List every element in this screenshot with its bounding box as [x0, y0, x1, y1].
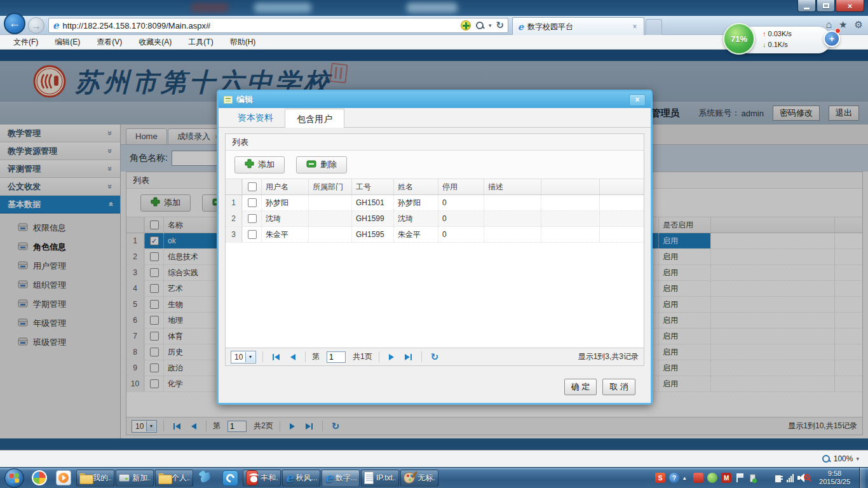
start-button[interactable] [4, 468, 24, 488]
maximize-button[interactable] [817, 0, 835, 12]
safety-shield-icon[interactable] [461, 20, 471, 30]
user-table-row[interactable]: 3 朱金平 GH1595 朱金平 0 [226, 227, 644, 243]
ie-icon: e [285, 470, 294, 485]
task-ie-qiufeng[interactable]: e秋风... [282, 470, 320, 487]
select-all-checkbox[interactable] [242, 179, 261, 194]
filler-cell [599, 227, 644, 242]
tab-close-icon[interactable]: × [630, 22, 640, 31]
task-notepad-ip-txt[interactable]: IP.txt... [361, 470, 399, 487]
minimize-button[interactable] [797, 0, 816, 12]
name-cell: 朱金平 [393, 227, 438, 242]
checkbox-icon [248, 198, 257, 207]
clock[interactable]: 9:58 2015/3/25 [814, 470, 855, 486]
job-number-cell: GH1595 [351, 227, 393, 242]
cancel-button[interactable]: 取 消 [602, 379, 635, 395]
row-checkbox[interactable] [242, 227, 261, 242]
username-cell: 沈琦 [261, 211, 308, 226]
speed-monitor-badge[interactable]: 71% ↑ 0.03K/s ↓ 0.1K/s + [723, 23, 850, 56]
dialog-close-button[interactable]: × [629, 94, 646, 106]
zoom-level[interactable]: 100% [834, 454, 853, 463]
network-signal-icon[interactable] [787, 473, 794, 482]
task-personal-folder[interactable]: 个人... [155, 470, 193, 487]
window-titlebar: × [0, 0, 868, 16]
help-tray-icon[interactable]: ? [669, 473, 679, 483]
user-list-panel: 列表 添加 删除 [225, 133, 644, 366]
new-tab-button[interactable] [646, 19, 662, 35]
user-table-row[interactable]: 2 沈琦 GH1599 沈琦 0 [226, 211, 644, 227]
job-number-column-header[interactable]: 工号 [351, 179, 393, 194]
bull-tray-icon[interactable] [693, 473, 703, 483]
menu-item[interactable]: 查看(V) [88, 37, 130, 48]
memory-percent-badge[interactable]: 71% [723, 23, 755, 55]
back-button[interactable]: ← [4, 13, 25, 34]
user-table-row[interactable]: 1 孙梦阳 GH1501 孙梦阳 0 [226, 195, 644, 211]
muted-speaker-icon[interactable] [797, 473, 810, 483]
browser-statusbar: 100% ▾ [0, 450, 868, 467]
ok-button[interactable]: 确 定 [564, 379, 597, 395]
delete-user-button[interactable]: 删除 [296, 156, 347, 173]
next-page-button[interactable] [386, 352, 397, 362]
adobe-tray-icon[interactable]: M [721, 473, 731, 483]
task-fenghe-app[interactable]: 丰和... [243, 470, 281, 487]
system-tray: S ? ▴ M 9:58 2015/3/25 [655, 468, 867, 488]
task-my-documents[interactable]: 我的... [76, 470, 114, 487]
pinned-browser-icon[interactable] [28, 469, 51, 487]
job-number-cell: GH1501 [351, 195, 393, 210]
page-size-select[interactable]: 10 ▾ [231, 351, 256, 363]
search-icon[interactable] [475, 21, 484, 30]
row-checkbox[interactable] [242, 195, 261, 210]
first-page-button[interactable] [269, 352, 283, 362]
pagination-bar: 10 ▾ 第 共1页 ↻ 显示1到3,共3记录 [226, 348, 644, 365]
url-text[interactable]: http://182.254.158.170:8099/Main.aspx# [63, 21, 461, 30]
page-size-value: 10 [234, 353, 243, 362]
refresh-icon[interactable]: ↻ [496, 20, 504, 31]
dialog-tabbar: 资本资料 包含用户 [219, 108, 651, 128]
address-bar[interactable]: e http://182.254.158.170:8099/Main.aspx#… [48, 18, 508, 33]
menu-item[interactable]: 文件(F) [5, 37, 46, 48]
prev-page-button[interactable] [287, 352, 299, 362]
add-user-button[interactable]: 添加 [234, 156, 285, 173]
refresh-icon[interactable]: ↻ [431, 351, 439, 363]
page-number-input[interactable] [327, 351, 346, 363]
task-ie-digital-campus[interactable]: e数字... [322, 470, 360, 487]
browser-tab[interactable]: e 数字校园平台 × [512, 17, 644, 36]
pinned-bird-app-icon[interactable] [194, 469, 217, 487]
department-column-header[interactable]: 所属部门 [308, 179, 351, 194]
name-column-header[interactable]: 姓名 [393, 179, 438, 194]
settings-gear-icon[interactable]: ⚙ [855, 19, 863, 30]
pinned-media-player-icon[interactable] [52, 469, 75, 487]
titlebar-reflection [191, 3, 229, 13]
zoom-magnifier-icon[interactable] [822, 454, 831, 463]
search-dropdown-icon[interactable]: ▾ [489, 22, 492, 29]
netdisk-icon [222, 470, 238, 486]
pinwheel-icon [32, 470, 47, 485]
description-column-header[interactable]: 描述 [484, 179, 541, 194]
username-column-header[interactable]: 用户名 [261, 179, 308, 194]
power-plug-icon[interactable] [773, 473, 783, 483]
dialog-title: 编辑 [236, 94, 253, 105]
tray-expand-icon[interactable]: ▴ [683, 475, 689, 481]
sogou-tray-icon[interactable]: S [655, 473, 665, 483]
dialog-titlebar[interactable]: 编辑 × [219, 92, 651, 108]
action-center-flag-icon[interactable] [735, 473, 744, 483]
forward-button[interactable]: → [28, 17, 44, 34]
tab-included-users[interactable]: 包含用户 [285, 109, 344, 128]
zoom-dropdown-icon[interactable]: ▾ [856, 456, 859, 462]
menu-item[interactable]: 收藏夹(A) [130, 37, 180, 48]
usb-device-icon[interactable] [748, 473, 757, 483]
task-paint-untitled[interactable]: 无标... [400, 470, 438, 487]
green-tray-icon[interactable] [707, 473, 717, 483]
page-total-label: 共1页 [353, 351, 372, 362]
disabled-cell: 0 [438, 211, 484, 226]
row-checkbox[interactable] [242, 211, 261, 226]
show-desktop-button[interactable] [859, 468, 865, 488]
task-new-volume[interactable]: 新加... [116, 470, 154, 487]
menu-item[interactable]: 工具(T) [180, 37, 221, 48]
pinned-netdisk-icon[interactable] [219, 469, 241, 487]
menu-item[interactable]: 帮助(H) [222, 37, 264, 48]
menu-item[interactable]: 编辑(E) [46, 37, 88, 48]
tab-basic-info[interactable]: 资本资料 [226, 108, 285, 127]
close-button[interactable]: × [836, 0, 864, 12]
last-page-button[interactable] [402, 352, 415, 362]
disabled-column-header[interactable]: 停用 [438, 179, 484, 194]
